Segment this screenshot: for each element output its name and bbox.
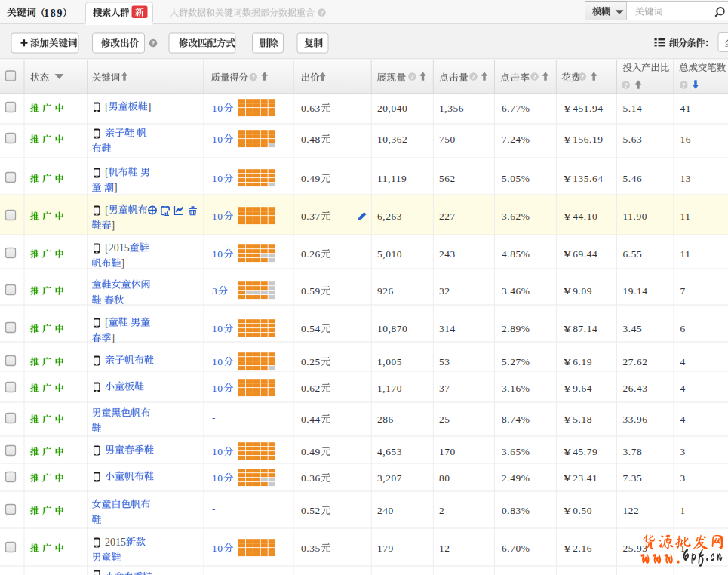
svg-text:0.59: 0.59 (301, 285, 321, 297)
svg-text:2: 2 (439, 505, 444, 516)
svg-text:3.62%: 3.62% (502, 211, 530, 222)
svg-text:10: 10 (212, 472, 223, 484)
svg-text:[: [ (105, 204, 109, 216)
svg-text:1: 1 (680, 505, 686, 516)
svg-text:122: 122 (623, 505, 640, 516)
svg-text:3.65%: 3.65% (502, 446, 530, 457)
svg-text:¥: ¥ (564, 211, 572, 222)
svg-text:45.79: 45.79 (573, 446, 597, 457)
svg-text:11: 11 (680, 211, 691, 222)
svg-text:10: 10 (212, 248, 223, 260)
svg-text:44.10: 44.10 (573, 211, 597, 222)
svg-text:0.83%: 0.83% (502, 505, 530, 516)
svg-text:5.46: 5.46 (623, 173, 643, 184)
svg-text:10: 10 (212, 134, 223, 145)
svg-text:0.54: 0.54 (301, 323, 321, 334)
svg-text:¥: ¥ (564, 446, 572, 457)
svg-text:2.49%: 2.49% (502, 472, 530, 484)
svg-text:10: 10 (212, 543, 223, 554)
svg-text:2015: 2015 (105, 537, 126, 548)
svg-text:]: ] (121, 257, 125, 269)
svg-text:]: ] (148, 101, 152, 112)
svg-text:0.50: 0.50 (573, 505, 592, 516)
svg-text:33.96: 33.96 (623, 414, 648, 425)
svg-text:0.36: 0.36 (301, 472, 321, 484)
svg-text:87.14: 87.14 (573, 323, 597, 334)
svg-text:3: 3 (212, 285, 217, 297)
svg-text:-: - (212, 412, 215, 423)
svg-text:1,170: 1,170 (377, 383, 402, 394)
svg-text:179: 179 (377, 543, 394, 554)
svg-text:5.05%: 5.05% (502, 173, 530, 184)
svg-text:10: 10 (212, 211, 223, 222)
svg-text:¥: ¥ (564, 173, 572, 184)
svg-text:¥: ¥ (564, 414, 572, 425)
svg-text:0.35: 0.35 (301, 543, 321, 554)
svg-text:286: 286 (377, 414, 394, 425)
svg-text:7: 7 (680, 285, 686, 297)
svg-text:?: ? (320, 9, 324, 17)
svg-text:¥: ¥ (564, 323, 572, 334)
svg-text:0.63: 0.63 (301, 103, 321, 114)
svg-text:750: 750 (439, 134, 456, 145)
svg-text:¥: ¥ (564, 472, 572, 484)
svg-text:?: ? (152, 39, 155, 47)
svg-text:]: ] (114, 182, 118, 193)
svg-text:¥: ¥ (564, 543, 572, 554)
svg-text:5.27%: 5.27% (502, 356, 530, 367)
svg-text:5.63: 5.63 (623, 134, 643, 145)
svg-text:0.49: 0.49 (301, 446, 321, 457)
svg-text:13: 13 (680, 173, 692, 184)
svg-text:156.19: 156.19 (573, 134, 603, 145)
svg-text:?: ? (252, 73, 256, 81)
svg-text:7.35: 7.35 (623, 472, 643, 484)
svg-text:6.70%: 6.70% (502, 543, 530, 554)
svg-text:10: 10 (212, 323, 223, 334)
svg-text:53: 53 (439, 356, 450, 367)
svg-text:6: 6 (680, 323, 686, 334)
svg-text:1,005: 1,005 (377, 356, 402, 367)
svg-text:2.89%: 2.89% (502, 323, 530, 334)
svg-text:¥: ¥ (564, 356, 572, 367)
svg-text:?: ? (533, 73, 536, 81)
svg-text:20,040: 20,040 (377, 103, 407, 114)
svg-text:0.48: 0.48 (301, 134, 321, 145)
svg-text:11,119: 11,119 (377, 173, 407, 184)
svg-text:5.18: 5.18 (573, 414, 592, 425)
svg-text:¥: ¥ (564, 134, 572, 145)
svg-text:9.09: 9.09 (573, 285, 592, 297)
svg-text:10: 10 (212, 383, 223, 394)
svg-text:189: 189 (44, 8, 63, 19)
svg-text:0.62: 0.62 (301, 383, 321, 394)
svg-text:451.94: 451.94 (573, 103, 603, 114)
svg-text:0.37: 0.37 (301, 211, 321, 222)
svg-text:25.93: 25.93 (623, 543, 648, 554)
svg-text:[: [ (105, 167, 109, 178)
svg-text:10,870: 10,870 (377, 323, 407, 334)
svg-text:3.78: 3.78 (623, 446, 643, 457)
svg-text:0.26: 0.26 (301, 248, 321, 260)
svg-text:?: ? (624, 81, 628, 89)
svg-text:5,010: 5,010 (377, 248, 402, 260)
svg-text:6.55: 6.55 (623, 248, 643, 260)
svg-text:[2015: [2015 (105, 242, 130, 254)
svg-text:10,362: 10,362 (377, 134, 407, 145)
svg-text:?: ? (682, 81, 686, 89)
svg-text:?: ? (581, 73, 585, 81)
svg-text:32: 32 (439, 285, 450, 297)
svg-text:11.90: 11.90 (623, 211, 647, 222)
svg-text:?: ? (410, 73, 414, 81)
svg-text:¥: ¥ (564, 285, 572, 297)
svg-text:0.52: 0.52 (301, 505, 321, 516)
svg-text:10: 10 (212, 173, 223, 184)
svg-text:1,356: 1,356 (439, 103, 464, 114)
svg-text:240: 240 (377, 505, 394, 516)
svg-text:]: ] (112, 220, 115, 231)
svg-text:-: - (212, 503, 215, 515)
svg-text:3.46%: 3.46% (502, 285, 530, 297)
svg-text:2.16: 2.16 (573, 543, 592, 554)
svg-text:0.49: 0.49 (301, 173, 321, 184)
svg-text:16: 16 (680, 134, 692, 145)
svg-text:4: 4 (680, 356, 686, 367)
svg-text:80: 80 (439, 472, 450, 484)
